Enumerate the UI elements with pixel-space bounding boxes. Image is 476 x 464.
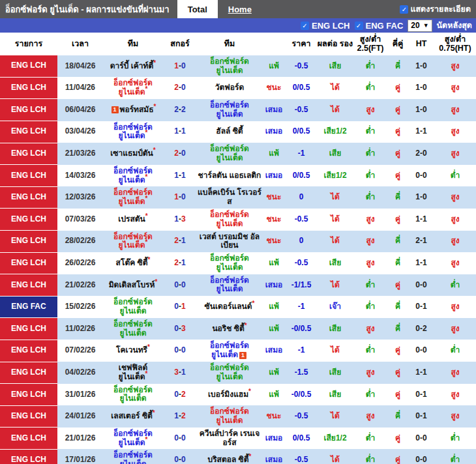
- view-tabs: Total Home: [177, 0, 262, 18]
- odd-even-result: คี่: [387, 186, 408, 209]
- over-under-ht: สูง: [434, 296, 476, 318]
- filter-eng-fac[interactable]: ✓ ENG FAC: [355, 21, 404, 31]
- handicap-outcome: ได้: [317, 449, 353, 464]
- match-score: 2-1: [163, 231, 197, 253]
- away-team-name: อ็อกซ์ฟอร์ด ยูไนเต็ด: [210, 254, 249, 272]
- match-result-text: เสมอ: [265, 434, 283, 443]
- over-under-ft: ต่ำ: [353, 428, 387, 450]
- away-team-name: แบล็คเบิร์น โรเวอร์ส: [198, 188, 261, 206]
- away-goals: 2: [181, 390, 186, 399]
- match-result-text: ชนะ: [267, 193, 282, 202]
- ht-score: 0-0: [408, 274, 434, 297]
- match-result: เสมอ: [262, 274, 286, 297]
- ht-score: 2-1: [408, 231, 434, 253]
- match-result: แพ้: [262, 55, 286, 78]
- league-badge: ENG LCH: [0, 428, 57, 450]
- match-date: 03/04/26: [57, 121, 103, 143]
- away-team: ชาร์ลตัน แอธเลติก: [197, 165, 262, 187]
- match-result-text: เสมอ: [265, 106, 283, 115]
- checkbox-checked-icon[interactable]: ✓: [400, 5, 408, 14]
- filter-eng-lch[interactable]: ✓ ENG LCH: [301, 21, 350, 31]
- league-badge: ENG LCH: [0, 405, 57, 428]
- match-result: แพ้: [262, 384, 286, 406]
- results-table: รายการ เวลา ทีม สกอร์ ทีม ราคา ผลต่อ รอง…: [0, 33, 476, 464]
- ht-score: 1-1: [408, 121, 434, 143]
- match-date: 21/03/26: [57, 143, 103, 165]
- match-row: ENG LCH11/02/26อ็อกซ์ฟอร์ด ยูไนเต็ด0-3นอ…: [0, 318, 476, 340]
- match-count-value: 20: [411, 21, 419, 30]
- league-badge: ENG LCH: [0, 186, 57, 209]
- match-count-select[interactable]: 20 ▼: [408, 20, 432, 32]
- away-team-name: บริสตอล ซิตี้: [208, 455, 249, 464]
- checkbox-checked-icon[interactable]: ✓: [355, 22, 363, 30]
- match-result: ชนะ: [262, 77, 286, 99]
- over-under-ft: สูง: [353, 362, 387, 384]
- away-team: ฮัลล์ ซิตี้: [197, 121, 262, 143]
- tab-home[interactable]: Home: [218, 0, 262, 18]
- over-under-ht: สูง: [434, 231, 476, 253]
- home-team: อ็อกซ์ฟอร์ด ยูไนเต็ด*: [103, 428, 163, 450]
- home-advantage-star-icon: *: [249, 453, 252, 460]
- match-result-text: แพ้: [269, 390, 279, 399]
- away-team-name: อ็อกซ์ฟอร์ด ยูไนเต็ด: [210, 210, 249, 228]
- home-team: เชฟฟิลด์ ยูไนเต็ด*: [103, 362, 163, 384]
- col-odd-even: คี่คู่: [387, 33, 408, 55]
- match-result-text: แพ้: [269, 149, 279, 158]
- home-advantage-star-icon: *: [147, 343, 150, 351]
- over-under-ht: สูง: [434, 362, 476, 384]
- match-date: 12/03/26: [57, 186, 103, 209]
- odd-even-result: คู่: [387, 99, 408, 121]
- home-advantage-star-icon: *: [145, 173, 148, 181]
- match-date: 24/01/26: [57, 405, 103, 428]
- match-score: 1-2: [163, 405, 197, 428]
- match-result-text: เสมอ: [265, 281, 283, 290]
- over-under-ht: สูง: [434, 252, 476, 274]
- over-under-ft: สูง: [353, 231, 387, 253]
- away-team: อ็อกซ์ฟอร์ด ยูไนเต็ด: [197, 405, 262, 428]
- show-details-toggle[interactable]: ✓ แสดงรายละเอียด: [400, 3, 471, 16]
- home-advantage-star-icon: *: [147, 256, 150, 263]
- over-under-ht: ต่ำ: [434, 449, 476, 464]
- tab-total[interactable]: Total: [177, 0, 218, 18]
- match-row: ENG LCH18/04/26ดาร์บี้ เค้าท์ตี้*1-0อ็อก…: [0, 55, 476, 78]
- home-goals: 1: [174, 192, 179, 201]
- over-under-ht: ต่ำ: [434, 165, 476, 187]
- away-goals: 1: [181, 126, 186, 136]
- home-advantage-star-icon: *: [154, 103, 156, 110]
- over-under-ht: ต่ำ: [434, 274, 476, 297]
- league-badge: ENG LCH: [0, 121, 57, 143]
- ht-score: 0-2: [408, 318, 434, 340]
- league-badge: ENG LCH: [0, 318, 57, 340]
- handicap-outcome: เจ๊า: [317, 296, 353, 318]
- home-goals: 0: [174, 390, 179, 399]
- checkbox-checked-icon[interactable]: ✓: [301, 22, 309, 30]
- home-advantage-star-icon: *: [248, 388, 251, 395]
- match-score: 0-0: [163, 274, 197, 297]
- home-team: อ็อกซ์ฟอร์ด ยูไนเต็ด*: [103, 77, 163, 99]
- over-under-ht: ต่ำ: [434, 428, 476, 450]
- over-under-ft: ต่ำ: [353, 186, 387, 209]
- results-page: อ็อกซ์ฟอร์ด ยูไนเต็ด - ผลการแข่งขันที่ผ่…: [0, 0, 476, 464]
- odd-even-result: คู่: [387, 209, 408, 231]
- odd-even-result: คี่: [387, 318, 408, 340]
- match-row: ENG LCH14/03/26อ็อกซ์ฟอร์ด ยูไนเต็ด*1-1ช…: [0, 165, 476, 187]
- home-goals: 0: [174, 280, 179, 289]
- handicap-outcome: เสีย: [317, 384, 353, 406]
- filter-eng-fac-label: ENG FAC: [366, 21, 404, 31]
- match-score: 0-0: [163, 340, 197, 362]
- league-badge: ENG LCH: [0, 340, 57, 362]
- home-team-name: อ็อกซ์ฟอร์ด ยูไนเต็ด: [113, 319, 153, 338]
- home-team-name: เลสเตอร์ ซิตี้: [111, 411, 153, 420]
- home-team-name: โคเวนทรี: [116, 345, 147, 355]
- home-goals: 1: [174, 214, 179, 224]
- away-goals: 0: [181, 455, 186, 464]
- home-goals: 1: [174, 171, 179, 180]
- away-team: เบอร์มิงแฮม*: [197, 384, 262, 406]
- over-under-ht: สูง: [434, 318, 476, 340]
- league-badge: ENG LCH: [0, 449, 57, 464]
- match-result: เสมอ: [262, 340, 286, 362]
- match-result-text: แพ้: [269, 62, 279, 71]
- home-team: อ็อกซ์ฟอร์ด ยูไนเต็ด*: [103, 186, 163, 209]
- home-team: 1พอร์ทสมัธ*: [103, 99, 163, 121]
- match-result: เสมอ: [262, 428, 286, 450]
